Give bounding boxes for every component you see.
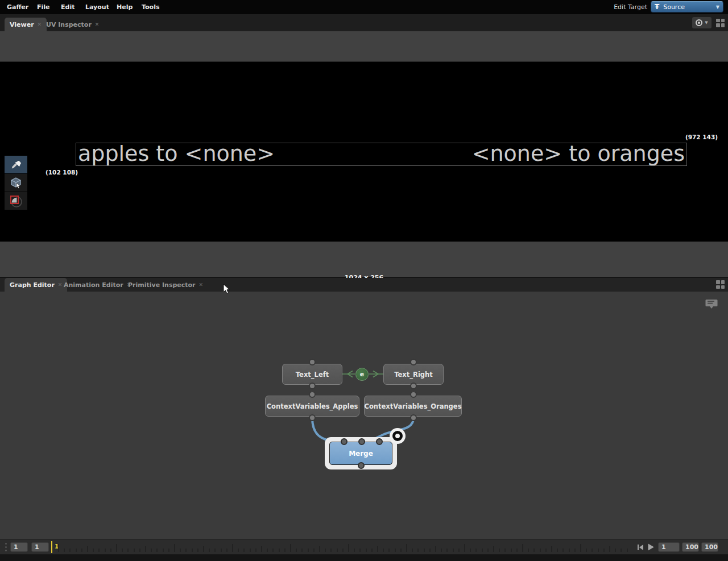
menu-gaffer[interactable]: Gaffer xyxy=(7,0,28,14)
drag-handle[interactable] xyxy=(5,543,7,551)
tab-graph-editor[interactable]: Graph Editor ✕ xyxy=(5,278,67,292)
frame-ruler[interactable] xyxy=(58,539,635,553)
selection-min-coord: (102 108) xyxy=(46,169,78,176)
merge-input-plug[interactable] xyxy=(341,438,348,445)
focus-node-indicator[interactable] xyxy=(390,428,406,444)
viewer-tool-column xyxy=(5,156,27,210)
range-end-frame-input[interactable]: 100 xyxy=(682,542,699,552)
graph-tab-bar: Graph Editor ✕ Animation Editor ✕ Primit… xyxy=(0,278,728,292)
plug-bottom[interactable] xyxy=(410,414,417,421)
scene-start-frame-input[interactable]: 1 xyxy=(10,542,28,552)
node-contextvariables-apples[interactable]: ContextVariables_Apples xyxy=(265,396,359,417)
menu-bar: Gaffer File Edit Layout Help Tools Edit … xyxy=(0,0,728,14)
plug-top[interactable] xyxy=(410,391,417,398)
node-contextvariables-oranges[interactable]: ContextVariables_Oranges xyxy=(364,396,462,417)
source-target-icon: Ŧ xyxy=(655,3,659,11)
text-bounds-overlay: apples to <none> <none> to oranges xyxy=(76,143,687,166)
rendered-text-right: <none> to oranges xyxy=(472,141,685,166)
crop-window-tool-button[interactable] xyxy=(5,192,27,210)
node-label: Text_Left xyxy=(296,371,329,379)
current-frame-input[interactable]: 1 xyxy=(658,542,680,552)
tab-uv-inspector[interactable]: UV Inspector ✕ xyxy=(41,18,104,31)
tab-graph-editor-label: Graph Editor xyxy=(10,281,55,289)
node-merge[interactable]: Merge xyxy=(329,442,392,465)
menu-layout[interactable]: Layout xyxy=(85,0,109,14)
viewer-image-canvas[interactable]: (972 143) (102 108) apples to <none> <no… xyxy=(0,61,728,242)
scene-end-frame-input[interactable]: 100 xyxy=(701,542,718,552)
graph-editor-canvas[interactable]: Text_Left Text_Right ContextVariables_Ap… xyxy=(0,292,728,539)
viewer-tab-bar: Viewer ✕ UV Inspector ✕ ▼ xyxy=(0,14,728,31)
node-text-left[interactable]: Text_Left xyxy=(282,364,342,385)
tab-animation-editor-label: Animation Editor xyxy=(64,281,123,289)
merge-input-plug[interactable] xyxy=(358,438,365,445)
range-start-frame-input[interactable]: 1 xyxy=(31,542,49,552)
viewer-panel: default ▼ AB 1 ▼ RGBA ▼ ACES 1.0 - SDR V… xyxy=(0,31,728,277)
merge-input-plug[interactable] xyxy=(376,438,383,445)
plug-top[interactable] xyxy=(309,359,316,365)
merge-output-plug[interactable] xyxy=(358,462,365,469)
close-icon[interactable]: ✕ xyxy=(95,22,100,27)
bullseye-icon xyxy=(696,19,702,26)
edit-target-value: Source xyxy=(663,3,685,11)
playhead[interactable] xyxy=(51,541,52,553)
skip-to-start-button[interactable] xyxy=(637,544,644,551)
plug-bottom[interactable] xyxy=(309,383,316,389)
eyedropper-icon xyxy=(10,159,22,171)
plug-bottom[interactable] xyxy=(410,383,417,389)
connections-layer xyxy=(0,292,728,539)
plug-top[interactable] xyxy=(410,359,417,365)
node-label: Merge xyxy=(349,450,373,458)
menu-tools[interactable]: Tools xyxy=(142,0,159,14)
editor-focus-menu-button[interactable]: ▼ xyxy=(692,17,712,28)
timeline-bar: 1 1 1 1 100 100 xyxy=(0,539,728,555)
chevron-down-icon: ▼ xyxy=(716,5,719,10)
node-text-right[interactable]: Text_Right xyxy=(383,364,444,385)
edit-target-label: Edit Target xyxy=(614,0,647,14)
window-bottom-edge xyxy=(0,555,728,561)
selection-tool-button[interactable] xyxy=(5,174,27,192)
layout-grid-icon[interactable] xyxy=(716,19,725,27)
play-button[interactable] xyxy=(647,543,655,551)
plug-top[interactable] xyxy=(309,391,316,398)
tab-primitive-inspector[interactable]: Primitive Inspector ✕ xyxy=(123,278,208,292)
tab-viewer-label: Viewer xyxy=(10,21,34,28)
node-label: Text_Right xyxy=(394,371,433,379)
menu-file[interactable]: File xyxy=(37,0,50,14)
mouse-cursor xyxy=(223,284,230,294)
plug-bottom[interactable] xyxy=(309,414,316,421)
layout-grid-icon[interactable] xyxy=(716,280,725,289)
node-expression[interactable]: e xyxy=(355,368,369,381)
node-label: ContextVariables_Oranges xyxy=(365,402,462,410)
rendered-text-left: apples to <none> xyxy=(78,141,275,166)
expression-label: e xyxy=(360,371,364,378)
close-icon[interactable]: ✕ xyxy=(199,282,204,288)
menu-help[interactable]: Help xyxy=(117,0,133,14)
menu-edit[interactable]: Edit xyxy=(61,0,75,14)
edit-target-dropdown[interactable]: Ŧ Source ▼ xyxy=(651,1,723,13)
tab-uv-inspector-label: UV Inspector xyxy=(46,21,92,28)
tab-primitive-inspector-label: Primitive Inspector xyxy=(128,281,196,289)
selection-max-coord: (972 143) xyxy=(685,134,718,140)
color-picker-tool-button[interactable] xyxy=(5,156,27,173)
context-stub-links xyxy=(312,386,413,395)
chevron-down-icon: ▼ xyxy=(705,20,708,25)
node-label: ContextVariables_Apples xyxy=(267,402,358,410)
